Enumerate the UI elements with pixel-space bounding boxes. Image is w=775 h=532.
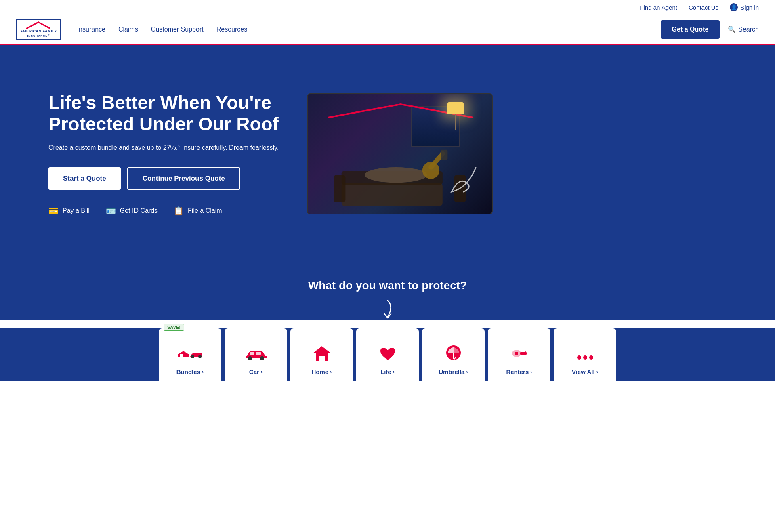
card-bundles[interactable]: SAVE! Bundles › — [159, 328, 221, 381]
logo-subtitle: INSURANCE® — [27, 34, 50, 37]
svg-rect-0 — [342, 183, 443, 206]
user-icon: 👤 — [730, 3, 738, 11]
bundles-chevron: › — [202, 369, 204, 375]
hero-quick-links: 💳 Pay a Bill 🪪 Get ID Cards 📋 File a Cla… — [48, 206, 283, 216]
svg-point-20 — [515, 352, 518, 355]
svg-rect-22 — [525, 351, 526, 355]
life-chevron: › — [393, 369, 395, 375]
svg-rect-2 — [334, 175, 345, 202]
life-icon — [379, 345, 397, 365]
renters-icon — [509, 345, 529, 365]
start-quote-button[interactable]: Start a Quote — [48, 167, 121, 190]
umbrella-label: Umbrella › — [439, 368, 468, 375]
home-chevron: › — [330, 369, 332, 375]
card-life[interactable]: Life › — [356, 328, 419, 381]
hero-content: Life's Better When You're Protected Unde… — [48, 92, 283, 216]
pay-bill-icon: 💳 — [48, 206, 59, 216]
logo-name: AMERICAN FAMILY — [20, 29, 57, 34]
protect-title: What do you want to protect? — [16, 279, 759, 292]
car-chevron: › — [261, 369, 263, 375]
sign-in-link[interactable]: 👤 Sign in — [730, 3, 759, 11]
bundles-label: Bundles › — [176, 368, 204, 375]
file-claim-link[interactable]: 📋 File a Claim — [174, 206, 222, 216]
bundles-icon — [176, 345, 204, 365]
file-claim-icon: 📋 — [174, 206, 184, 216]
pay-bill-link[interactable]: 💳 Pay a Bill — [48, 206, 90, 216]
card-umbrella[interactable]: Umbrella › — [422, 328, 485, 381]
get-id-cards-link[interactable]: 🪪 Get ID Cards — [106, 206, 158, 216]
main-nav: AMERICAN FAMILY INSURANCE® Insurance Cla… — [0, 15, 775, 45]
logo[interactable]: AMERICAN FAMILY INSURANCE® — [16, 19, 61, 40]
pay-bill-label: Pay a Bill — [63, 207, 90, 214]
svg-rect-7 — [441, 149, 447, 160]
svg-rect-21 — [520, 352, 527, 355]
protect-arrow — [16, 299, 759, 320]
find-agent-link[interactable]: Find an Agent — [640, 4, 677, 11]
hero-title: Life's Better When You're Protected Unde… — [48, 92, 283, 135]
get-quote-button[interactable]: Get a Quote — [661, 20, 720, 39]
svg-point-4 — [365, 167, 427, 183]
hero-subtitle: Create a custom bundle and save up to 27… — [48, 143, 283, 153]
continue-quote-button[interactable]: Continue Previous Quote — [127, 167, 240, 190]
car-icon — [244, 347, 268, 365]
nav-right: Get a Quote 🔍 Search — [661, 20, 759, 39]
svg-point-13 — [248, 356, 252, 360]
card-home[interactable]: Home › — [290, 328, 353, 381]
home-label: Home › — [311, 368, 332, 375]
card-view-all[interactable]: View All › — [554, 328, 616, 381]
utility-bar: Find an Agent Contact Us 👤 Sign in — [0, 0, 775, 15]
nav-customer-support[interactable]: Customer Support — [151, 26, 204, 33]
search-icon: 🔍 — [728, 25, 736, 33]
svg-point-25 — [589, 355, 593, 360]
search-link[interactable]: 🔍 Search — [728, 25, 759, 33]
svg-point-14 — [260, 356, 264, 360]
svg-rect-16 — [319, 356, 325, 361]
view-all-icon — [575, 348, 595, 365]
swirl-decoration — [443, 164, 484, 202]
hero-scene — [308, 94, 492, 214]
svg-point-23 — [577, 355, 581, 360]
hero-section: Life's Better When You're Protected Unde… — [0, 45, 775, 263]
renters-label: Renters › — [506, 368, 532, 375]
nav-resources[interactable]: Resources — [216, 26, 247, 33]
logo-box: AMERICAN FAMILY INSURANCE® — [16, 19, 61, 40]
logo-roof-icon — [26, 21, 50, 29]
contact-us-link[interactable]: Contact Us — [689, 4, 718, 11]
view-all-label: View All › — [572, 368, 598, 375]
card-car[interactable]: Car › — [225, 328, 287, 381]
hero-image-area — [307, 93, 493, 214]
file-claim-label: File a Claim — [188, 207, 222, 214]
hero-buttons: Start a Quote Continue Previous Quote — [48, 167, 283, 190]
cards-row: SAVE! Bundles › Car — [0, 328, 775, 381]
car-label: Car › — [249, 368, 263, 375]
svg-point-9 — [191, 355, 194, 358]
id-card-icon: 🪪 — [106, 206, 116, 216]
home-icon — [312, 345, 332, 365]
nav-links: Insurance Claims Customer Support Resour… — [77, 26, 661, 33]
svg-rect-12 — [256, 352, 261, 355]
hero-image-box — [307, 93, 493, 214]
card-renters[interactable]: Renters › — [488, 328, 550, 381]
umbrella-chevron: › — [466, 369, 468, 375]
renters-chevron: › — [530, 369, 532, 375]
get-id-cards-label: Get ID Cards — [120, 207, 158, 214]
svg-point-24 — [583, 355, 587, 360]
life-label: Life › — [380, 368, 395, 375]
save-badge: SAVE! — [164, 324, 184, 331]
svg-rect-8 — [180, 354, 183, 357]
view-all-chevron: › — [596, 369, 598, 375]
lamp — [443, 102, 468, 135]
nav-claims[interactable]: Claims — [118, 26, 138, 33]
nav-insurance[interactable]: Insurance — [77, 26, 105, 33]
svg-rect-11 — [250, 352, 254, 355]
umbrella-icon — [445, 344, 462, 365]
svg-point-10 — [198, 355, 202, 358]
protect-section: What do you want to protect? — [0, 263, 775, 320]
